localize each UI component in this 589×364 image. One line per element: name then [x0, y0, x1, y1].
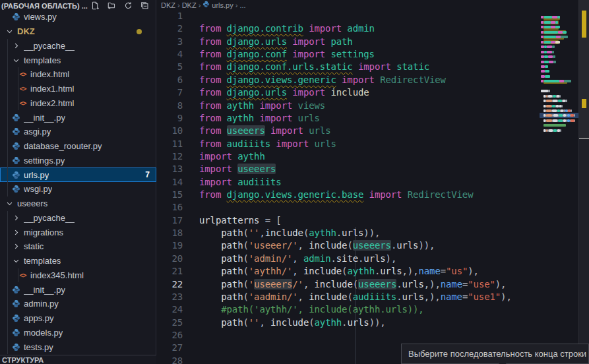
- line-content: from django.views.generic.base import Re…: [183, 189, 473, 201]
- code-token: [199, 317, 221, 328]
- file-row-admin.py[interactable]: admin.py: [0, 297, 156, 311]
- folder-row-static[interactable]: static: [0, 239, 156, 254]
- scrollbar-overview-ruler[interactable]: [578, 0, 589, 364]
- folder-row-migrations[interactable]: migrations: [0, 225, 156, 239]
- line-number: 19: [157, 239, 183, 252]
- file-row-index.html[interactable]: <>index.html: [0, 67, 156, 82]
- python-icon: [11, 156, 22, 165]
- code-line[interactable]: 25 path('', include(aythh.urls)),: [157, 317, 540, 329]
- code-line[interactable]: 1: [157, 10, 540, 22]
- line-content: path('',include(aythh.urls)),: [183, 227, 380, 239]
- code-line[interactable]: 2from django.contrib import admin: [157, 22, 540, 35]
- code-token: include: [303, 266, 342, 276]
- code-line[interactable]: 24 #path('aythh/', include(aythh.urls)),: [157, 303, 540, 316]
- breadcrumb-label: DKZ: [182, 1, 197, 9]
- code-line[interactable]: 16: [157, 201, 540, 214]
- file-row-database_roouter.py[interactable]: database_roouter.py: [0, 139, 156, 154]
- code-token: ,: [303, 279, 315, 289]
- breadcrumb-item[interactable]: ...: [239, 1, 245, 9]
- file-row-models.py[interactable]: models.py: [0, 326, 156, 340]
- file-label: __init__.py: [24, 113, 65, 123]
- code-line[interactable]: 11from audiiits import urls: [157, 138, 540, 150]
- file-row-index1.html[interactable]: <>index1.html: [0, 82, 156, 96]
- code-line[interactable]: 5from django.conf.urls.static import sta…: [157, 61, 540, 73]
- code-token: include: [315, 279, 353, 289]
- code-line[interactable]: 4from django.conf import settings: [157, 48, 540, 61]
- line-number: 24: [157, 303, 183, 316]
- line-content: path('useeers/', include(useeers.urls,),…: [183, 278, 506, 291]
- code-line[interactable]: 3from django.urls import path: [157, 36, 540, 48]
- minimap-line: [543, 124, 566, 127]
- python-icon: [11, 142, 22, 150]
- folder-row-__pycache__[interactable]: __pycache__: [0, 39, 156, 53]
- breadcrumb-item[interactable]: DKZ: [161, 1, 175, 9]
- folder-row-useeers[interactable]: useeers: [0, 197, 156, 211]
- file-row-wsgi.py[interactable]: wsgi.py: [0, 182, 156, 197]
- code-line[interactable]: 6from django.views.generic import Redire…: [157, 74, 540, 86]
- chevron-right-icon: [11, 214, 22, 222]
- code-line[interactable]: 21 path('aythh/', include(aythh.urls,),n…: [157, 265, 540, 278]
- code-token: ,: [259, 228, 264, 238]
- code-line[interactable]: 8from aythh import views: [157, 100, 540, 112]
- file-row-index345.html[interactable]: <>index345.html: [0, 268, 156, 283]
- line-number: 26: [157, 329, 183, 342]
- file-row-urls.py[interactable]: urls.py7: [0, 167, 156, 182]
- code-token: (: [243, 253, 249, 264]
- code-token: #path('aythh/', include(aythh.urls)),: [221, 304, 423, 315]
- line-content: from django.urls import path: [183, 36, 353, 48]
- code-token: import: [287, 36, 330, 47]
- code-line[interactable]: 7from django.urls import include: [157, 86, 540, 99]
- code-token: urls: [402, 291, 424, 302]
- code-line[interactable]: 17urlpatterns = [: [157, 214, 540, 227]
- file-row-apps.py[interactable]: apps.py: [0, 311, 156, 326]
- code-token: (: [243, 291, 249, 302]
- code-line[interactable]: 13import useeers: [157, 163, 540, 175]
- line-number: 28: [157, 355, 183, 364]
- folder-row-templates[interactable]: templates: [0, 254, 156, 268]
- code-line[interactable]: 12import aythh: [157, 150, 540, 163]
- file-row-asgi.py[interactable]: asgi.py: [0, 125, 156, 139]
- minimap-line: [546, 119, 551, 122]
- code-line[interactable]: 15from django.views.generic.base import …: [157, 189, 540, 201]
- folder-row-templates[interactable]: templates: [0, 53, 156, 67]
- file-row-__init__.py[interactable]: __init__.py: [0, 282, 156, 297]
- code-line[interactable]: 20 path('admin/', admin.site.urls),: [157, 253, 540, 265]
- file-row-tests.py[interactable]: tests.py: [0, 340, 156, 354]
- code-line[interactable]: 22 path('useeers/', include(useeers.urls…: [157, 278, 540, 291]
- breadcrumb-item[interactable]: DKZ: [182, 1, 197, 9]
- code-line[interactable]: 9from aythh import urls: [157, 112, 540, 125]
- folder-row-DKZ[interactable]: DKZ: [0, 24, 156, 39]
- chevron-right-icon: [11, 42, 22, 49]
- file-row-views.py[interactable]: views.py: [0, 10, 156, 24]
- file-label: settings.py: [24, 156, 65, 166]
- code-token: )),: [418, 240, 435, 251]
- outline-section-header[interactable]: СТРУКТУРА: [0, 355, 156, 364]
- breadcrumb-item[interactable]: urls.py: [202, 1, 233, 9]
- file-label: tests.py: [24, 342, 53, 352]
- file-row-__init__.py[interactable]: __init__.py: [0, 110, 156, 125]
- code-line[interactable]: 10from useeers import urls: [157, 125, 540, 137]
- refresh-icon: [124, 1, 133, 10]
- file-row-settings.py[interactable]: settings.py: [0, 154, 156, 168]
- html-icon: <>: [17, 272, 28, 279]
- folder-row-__pycache__[interactable]: __pycache__: [0, 211, 156, 226]
- code-token: django.urls: [227, 87, 287, 98]
- code-line[interactable]: 23 path('aadmin/', include(audiiits.urls…: [157, 291, 540, 303]
- file-label: index1.html: [30, 84, 74, 94]
- line-number: 5: [157, 61, 183, 73]
- code-token: aythh: [227, 100, 255, 111]
- line-content: [183, 201, 199, 214]
- code-token: ,),: [402, 266, 419, 276]
- code-token: from: [199, 75, 227, 85]
- code-line[interactable]: 18 path('',include(aythh.urls)),: [157, 227, 540, 239]
- code-line[interactable]: 26: [157, 329, 540, 342]
- file-label: database_roouter.py: [24, 141, 102, 151]
- minimap[interactable]: [540, 0, 582, 364]
- code-line[interactable]: 14import audiiits: [157, 176, 540, 189]
- code-lines[interactable]: 12from django.contrib import admin3from …: [157, 10, 540, 364]
- line-number: 10: [157, 125, 183, 137]
- line-number: 21: [157, 265, 183, 278]
- python-icon: [11, 343, 22, 351]
- file-row-index2.html[interactable]: <>index2.html: [0, 96, 156, 111]
- code-line[interactable]: 19 path('useeer/', include(useeers.urls)…: [157, 239, 540, 252]
